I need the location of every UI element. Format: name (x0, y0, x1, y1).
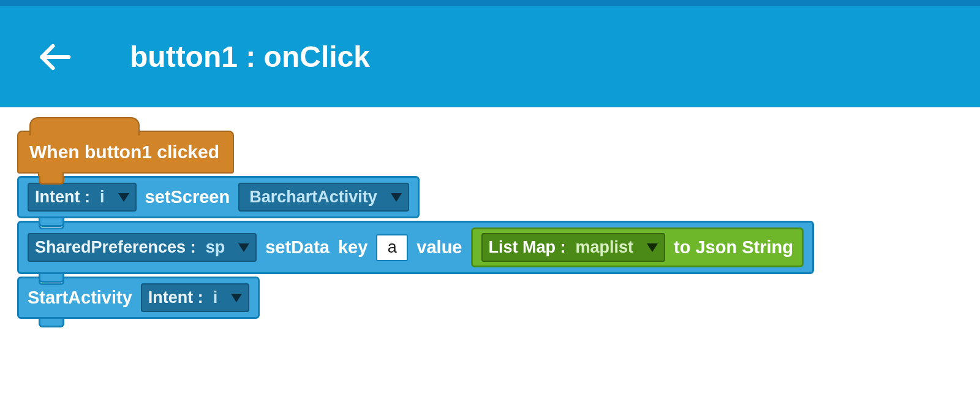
block-canvas[interactable]: When button1 clicked Intent : i setScree… (0, 107, 980, 319)
chevron-down-icon (238, 243, 249, 252)
chevron-down-icon (231, 294, 242, 302)
key-value: a (388, 238, 397, 257)
notch-bottom (39, 274, 64, 283)
notch-bottom (39, 218, 64, 227)
sharedpref-var-dropdown[interactable]: SharedPreferences : sp (28, 233, 257, 262)
notch-bottom (39, 319, 64, 327)
chevron-down-icon (118, 193, 129, 202)
app-toolbar: button1 : onClick (0, 6, 980, 107)
block-startactivity[interactable]: StartActivity Intent : i (17, 277, 260, 319)
slot-label: Intent : (148, 288, 203, 307)
slot-label: Intent : (35, 188, 90, 207)
slot-label: List Map : (489, 238, 566, 257)
action-label: setData (265, 237, 330, 258)
slot-value: i (96, 188, 108, 207)
intent-var-dropdown[interactable]: Intent : i (28, 183, 137, 212)
action-label: setScreen (145, 187, 230, 207)
notch-top (39, 176, 64, 185)
hat-bump (29, 117, 140, 136)
block-sharedpref-setdata[interactable]: SharedPreferences : sp setData key a val… (17, 221, 814, 274)
intent-var-dropdown[interactable]: Intent : i (141, 283, 250, 312)
chevron-down-icon (391, 193, 402, 202)
page-title: button1 : onClick (130, 40, 370, 74)
event-hat-block[interactable]: When button1 clicked (17, 131, 234, 174)
statusbar-strip (0, 0, 980, 6)
slot-value: i (209, 288, 222, 307)
slot-value: BarchartActivity (246, 188, 381, 207)
key-label: key (338, 237, 368, 258)
block-intent-setscreen[interactable]: Intent : i setScreen BarchartActivity (17, 176, 420, 218)
slot-value: maplist (572, 238, 638, 257)
action-label: StartActivity (28, 288, 132, 308)
block-listmap-tojson[interactable]: List Map : maplist to Json String (471, 227, 804, 267)
chevron-down-icon (647, 243, 658, 252)
hat-label: When button1 clicked (29, 142, 219, 162)
slot-value: sp (202, 238, 229, 257)
key-input[interactable]: a (376, 234, 408, 261)
slot-label: SharedPreferences : (35, 238, 196, 257)
tojson-label: to Json String (674, 237, 793, 258)
screen-dropdown[interactable]: BarchartActivity (238, 183, 409, 212)
listmap-var-dropdown[interactable]: List Map : maplist (481, 233, 666, 262)
value-label: value (417, 237, 462, 258)
back-icon[interactable] (36, 38, 74, 76)
